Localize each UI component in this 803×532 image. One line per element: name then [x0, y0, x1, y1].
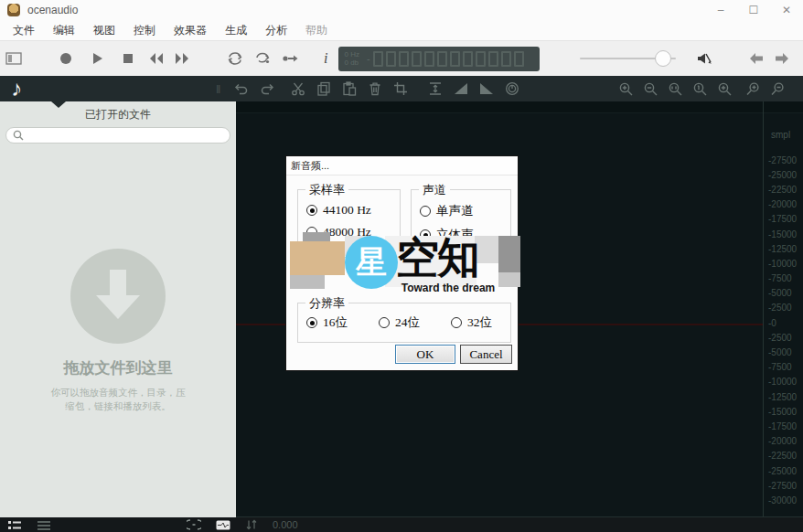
resolution-option[interactable]: 32位 — [451, 314, 492, 331]
ruler-tick-label: -22500 — [768, 182, 803, 197]
crop-icon[interactable] — [393, 81, 408, 96]
mosaic-block — [303, 232, 330, 241]
ruler-tick-label: -30000 — [768, 493, 803, 507]
ruler-tick-label: -20000 — [768, 434, 803, 449]
ruler-tick-label: -27500 — [768, 478, 803, 493]
delete-icon[interactable] — [368, 81, 382, 96]
volume-slider[interactable] — [580, 49, 676, 68]
music-note-icon[interactable]: ♪ — [11, 78, 22, 100]
watermark-tagline: Toward the dream — [370, 282, 526, 294]
fade-out-icon[interactable] — [479, 82, 494, 95]
zoom-all-icon[interactable] — [717, 81, 733, 97]
list-compact-view-icon[interactable] — [37, 520, 51, 530]
amplitude-ruler: smpl -27500-25000-22500-20000-17500-1500… — [763, 101, 803, 516]
ruler-tick-label: -2500 — [768, 330, 803, 345]
paste-icon[interactable] — [342, 81, 357, 96]
drop-zone[interactable]: 拖放文件到这里 你可以拖放音频文件，目录，压 缩包，链接和播放列表。 — [0, 248, 236, 413]
info-icon[interactable]: i — [324, 50, 327, 67]
toolbar-grip: ‖ — [216, 82, 221, 96]
level-readout: 0 db — [344, 59, 359, 67]
adjust-amplitude-icon[interactable] — [428, 81, 443, 96]
time-readout: 0.000 — [273, 519, 298, 530]
menu-item[interactable]: 视图 — [84, 20, 124, 40]
sample-rate-option[interactable]: 44100 Hz — [306, 203, 400, 218]
zoom-selection-icon[interactable] — [668, 81, 683, 97]
ruler-tick-label: -15000 — [768, 404, 803, 419]
channel-option[interactable]: 单声道 — [420, 203, 510, 219]
ruler-tick-label: -22500 — [768, 449, 803, 463]
sidebar-toggle-icon[interactable] — [5, 52, 22, 65]
ruler-tick-label: -25000 — [768, 463, 803, 478]
selection-bounds-icon[interactable] — [187, 519, 201, 530]
search-input[interactable] — [27, 130, 223, 141]
fast-forward-button[interactable] — [174, 52, 190, 65]
vertical-arrows-icon[interactable] — [245, 519, 258, 530]
menu-item[interactable]: 效果器 — [165, 20, 216, 40]
copy-icon[interactable] — [316, 81, 331, 96]
ruler-tick-label: -12500 — [768, 389, 803, 404]
rewind-button[interactable] — [148, 52, 165, 65]
menu-item[interactable]: 生成 — [216, 20, 256, 40]
close-button[interactable]: ✕ — [770, 0, 803, 20]
main-toolbar: i 0 Hz 0 db - ▾ — [0, 40, 803, 76]
menu-item[interactable]: 帮助 — [296, 20, 337, 40]
app-title: ocenaudio — [27, 4, 78, 16]
loop-once-icon[interactable] — [254, 51, 271, 66]
navigate-back-icon[interactable] — [749, 52, 764, 65]
ruler-tick-label: -0 — [768, 315, 803, 330]
resolution-option[interactable]: 16位 — [306, 314, 348, 331]
redo-icon[interactable] — [260, 81, 274, 96]
vertical-zoom-in-icon[interactable] — [745, 81, 761, 97]
menu-item[interactable]: 分析 — [256, 20, 296, 40]
maximize-button[interactable]: ☐ — [737, 0, 770, 20]
drop-zone-title: 拖放文件到这里 — [0, 357, 236, 378]
dialog-title: 新音频... — [291, 159, 329, 173]
record-button[interactable] — [59, 51, 73, 66]
sample-rate-legend: 采样率 — [305, 182, 348, 198]
list-detail-view-icon[interactable] — [7, 520, 22, 530]
fade-in-icon[interactable] — [454, 82, 468, 95]
sidebar-title: 已打开的文件 — [0, 107, 236, 122]
speaker-icon[interactable] — [696, 51, 712, 66]
loudness-knob-icon[interactable] — [505, 81, 519, 96]
frequency-readout: 0 Hz — [344, 50, 359, 59]
ruler-tick-label: -10000 — [768, 256, 803, 271]
radio-button[interactable] — [306, 205, 317, 216]
play-from-cursor-icon[interactable] — [282, 53, 298, 64]
minimize-button[interactable]: – — [704, 0, 737, 20]
watermark-brand-text: 空知 — [396, 230, 478, 285]
radio-button[interactable] — [379, 317, 390, 328]
menu-item[interactable]: 编辑 — [44, 20, 84, 40]
menu-item[interactable]: 文件 — [4, 20, 44, 40]
stop-button[interactable] — [121, 51, 135, 66]
slider-knob[interactable] — [655, 50, 671, 67]
resolution-option[interactable]: 24位 — [379, 314, 420, 331]
radio-button[interactable] — [420, 206, 431, 217]
navigate-forward-icon[interactable] — [775, 52, 789, 65]
meter-segments — [373, 51, 524, 67]
minimap-toggle-icon[interactable] — [216, 520, 230, 530]
cancel-button[interactable]: Cancel — [460, 345, 512, 364]
level-meter-display: 0 Hz 0 db - — [338, 47, 540, 71]
loop-icon[interactable] — [227, 51, 243, 66]
radio-button[interactable] — [306, 317, 317, 328]
zoom-out-icon[interactable] — [643, 81, 658, 97]
file-search-box[interactable] — [5, 127, 230, 144]
ruler-tick-label: -10000 — [768, 375, 803, 389]
dialog-titlebar[interactable]: 新音频... — [286, 156, 518, 176]
app-window: ocenaudio – ☐ ✕ 文件编辑视图控制效果器生成分析帮助 — [0, 0, 803, 532]
edit-toolbar: ♪ ‖ — [0, 76, 803, 101]
radio-label: 32位 — [467, 314, 492, 331]
ruler-tick-label: -15000 — [768, 227, 803, 241]
menu-item[interactable]: 控制 — [124, 20, 165, 40]
channels-legend: 声道 — [419, 182, 450, 198]
undo-icon[interactable] — [234, 81, 249, 96]
cut-icon[interactable] — [291, 81, 305, 96]
ok-button[interactable]: OK — [395, 345, 455, 364]
play-button[interactable] — [90, 51, 104, 66]
zoom-original-icon[interactable] — [692, 81, 708, 97]
radio-button[interactable] — [451, 317, 462, 328]
zoom-in-icon[interactable] — [618, 81, 634, 97]
vertical-zoom-out-icon[interactable] — [770, 81, 786, 97]
drop-zone-hint: 你可以拖放音频文件，目录，压 缩包，链接和播放列表。 — [0, 386, 236, 413]
